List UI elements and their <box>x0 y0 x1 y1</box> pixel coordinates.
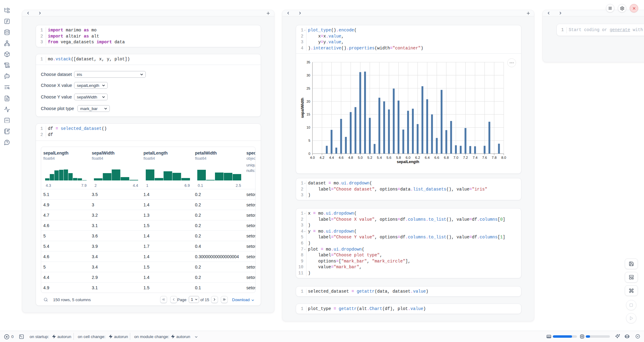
svg-text:7.2: 7.2 <box>463 156 468 159</box>
svg-text:0: 0 <box>308 152 310 155</box>
svg-text:4.8: 4.8 <box>348 156 353 159</box>
svg-text:6.2: 6.2 <box>415 156 420 159</box>
svg-text:5.2: 5.2 <box>367 156 372 159</box>
svg-text:30: 30 <box>306 73 310 77</box>
svg-text:10: 10 <box>306 126 310 129</box>
svg-text:7.6: 7.6 <box>482 156 487 159</box>
svg-text:7.4: 7.4 <box>473 156 478 159</box>
svg-text:4.4: 4.4 <box>329 156 334 159</box>
svg-text:6.4: 6.4 <box>425 156 430 159</box>
svg-text:8.0: 8.0 <box>501 156 506 159</box>
svg-text:15: 15 <box>306 112 310 116</box>
svg-text:4.6: 4.6 <box>339 156 344 159</box>
svg-text:35: 35 <box>306 60 310 64</box>
svg-text:5.8: 5.8 <box>396 156 401 159</box>
svg-text:5.4: 5.4 <box>377 156 382 159</box>
svg-text:6.0: 6.0 <box>406 156 410 159</box>
svg-text:6.6: 6.6 <box>434 156 439 159</box>
svg-text:5: 5 <box>308 139 310 142</box>
svg-text:5.0: 5.0 <box>358 156 363 159</box>
svg-text:25: 25 <box>306 87 310 90</box>
svg-text:7.8: 7.8 <box>492 156 497 159</box>
svg-text:7.0: 7.0 <box>453 156 458 159</box>
svg-text:sepalWidth: sepalWidth <box>300 98 305 118</box>
svg-text:6.8: 6.8 <box>444 156 449 159</box>
svg-text:20: 20 <box>306 100 310 103</box>
svg-text:4.2: 4.2 <box>320 156 324 159</box>
svg-text:5.6: 5.6 <box>387 156 392 159</box>
svg-text:4.0: 4.0 <box>310 156 315 159</box>
svg-text:sepalLength: sepalLength <box>397 160 419 164</box>
